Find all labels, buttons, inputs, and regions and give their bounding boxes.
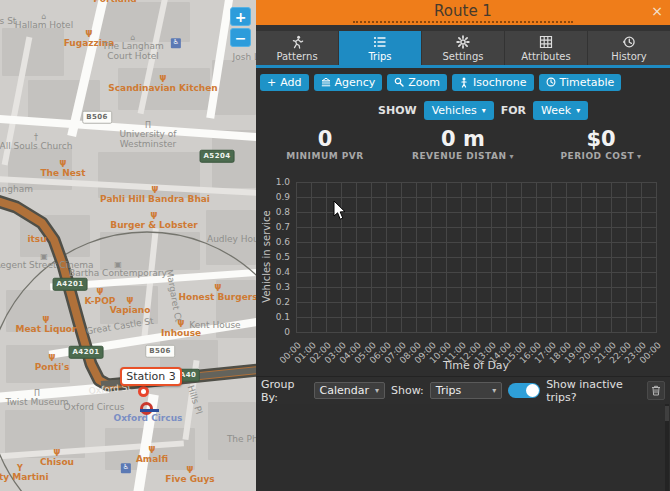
map-zoom-out-button[interactable]: − — [230, 28, 251, 47]
stat-minimum-pvr: 0 MINIMUM PVR — [256, 124, 394, 170]
chevron-down-icon: ▾ — [492, 386, 496, 395]
delete-button[interactable] — [647, 381, 665, 400]
show-inactive-toggle[interactable] — [508, 383, 540, 398]
for-dropdown[interactable]: Week▾ — [533, 101, 588, 120]
trips-toolbar: +Add Agency Zoom Isochrone Timetable — [256, 68, 670, 96]
table-grid-icon — [539, 35, 553, 49]
stats-row: 0 MINIMUM PVR 0 m REVENUE DISTAN▾ $0 PER… — [256, 124, 670, 170]
map-label: The Pho — [227, 435, 256, 445]
station-stop-marker[interactable] — [138, 386, 149, 397]
stat-value: $0 — [532, 127, 670, 151]
add-button[interactable]: +Add — [260, 74, 309, 91]
map-label: Audley House — [207, 235, 256, 245]
person-marker-icon — [459, 77, 469, 88]
stat-label: PERIOD COST▾ — [532, 151, 670, 161]
chart-controls-bar: Group By: Calendar▾ Show: Trips▾ Show in… — [256, 376, 670, 404]
map-label: ΨHonest Burgers — [178, 285, 256, 303]
tab-settings[interactable]: Settings — [422, 31, 504, 65]
stat-period-cost: $0 PERIOD COST▾ — [532, 124, 670, 170]
app-window: B506A5204A4201A4201B506A40 s St⌂Hallam H… — [0, 0, 670, 491]
map-label: ΨFive Guys — [165, 467, 214, 485]
map-label: ΨThe Nest — [40, 161, 85, 179]
map-label: ▣Bartha Contemporary — [69, 261, 167, 279]
show-dropdown-value: Vehicles — [432, 104, 477, 117]
map-label: ΠTwist Museum — [5, 390, 68, 408]
route-title[interactable]: Route 1 — [353, 2, 573, 23]
chevron-down-icon: ▾ — [576, 106, 580, 115]
bank-icon — [321, 77, 331, 87]
add-button-label: Add — [280, 76, 301, 89]
road-shield: A4201 — [53, 278, 88, 291]
scrollbar-track[interactable] — [665, 404, 669, 491]
tab-history[interactable]: History — [588, 31, 670, 65]
zoom-button-label: Zoom — [408, 76, 440, 89]
tab-bar: Patterns Trips Settings Attributes Histo… — [256, 31, 670, 65]
scrollbar-thumb[interactable] — [665, 406, 669, 421]
map-label: ΨScandinavian Kitchen — [108, 76, 218, 94]
map-zoom-in-button[interactable]: + — [230, 7, 251, 26]
show-for-row: SHOW Vehicles▾ FOR Week▾ — [256, 96, 670, 124]
map-label: Josh Li — [233, 53, 256, 63]
tab-label: Attributes — [521, 51, 570, 62]
chart-plot-area — [296, 182, 657, 333]
underground-roundel-icon — [140, 402, 153, 415]
zoom-button[interactable]: Zoom — [387, 74, 447, 91]
underground-roundel-bar — [140, 409, 159, 412]
map-label: ΨMeat Liquor — [16, 317, 77, 335]
history-clock-icon — [622, 35, 636, 49]
show-select-value: Trips — [436, 384, 461, 397]
trash-icon — [651, 385, 661, 396]
stat-label: REVENUE DISTAN▾ — [394, 151, 532, 161]
map-label: ΨBurger & Lobster — [110, 213, 197, 231]
route-panel: Route 1 × Patterns Trips Settings Attrib… — [256, 0, 670, 491]
show-inactive-label: Show inactive trips? — [546, 378, 641, 404]
running-person-icon — [290, 35, 304, 49]
group-by-select-value: Calendar — [320, 384, 369, 397]
map-label: ΨPahli Hill Bandra Bhai — [100, 187, 210, 205]
chevron-down-icon[interactable]: ▾ — [510, 152, 515, 161]
magnifier-icon — [394, 77, 404, 87]
map-label: ⌂Hallam Hotel — [15, 13, 73, 31]
timetable-button[interactable]: Timetable — [539, 74, 622, 91]
map-label: Oxford Circus — [64, 403, 125, 413]
close-icon[interactable]: × — [651, 3, 663, 19]
map-label: †All Souls Church — [0, 134, 72, 152]
tab-trips[interactable]: Trips — [339, 31, 421, 65]
tab-attributes[interactable]: Attributes — [505, 31, 587, 65]
stat-value: 0 m — [394, 127, 532, 151]
panel-footer-space — [256, 404, 670, 491]
map-label: Langham — [0, 185, 33, 195]
station-label[interactable]: Station 3 — [120, 367, 182, 386]
map-label: ΨVapiano — [110, 298, 151, 316]
isochrone-button[interactable]: Isochrone — [452, 74, 533, 91]
map-label: Oxford Circus — [114, 414, 183, 424]
trips-chart: 1.00.90.80.70.60.50.40.30.20.10 00:0001:… — [256, 170, 670, 376]
chevron-down-icon[interactable]: ▾ — [637, 152, 642, 161]
road-shield: B506 — [145, 345, 175, 358]
agency-button-label: Agency — [335, 76, 376, 89]
map-canvas[interactable]: B506A5204A4201A4201B506A40 s St⌂Hallam H… — [0, 0, 256, 491]
show-dropdown[interactable]: Vehicles▾ — [424, 101, 494, 120]
show-select[interactable]: Trips▾ — [430, 382, 502, 399]
clock-icon — [546, 77, 556, 87]
for-label: FOR — [501, 104, 526, 117]
x-axis-title: Time of Day — [296, 359, 656, 372]
show-label: SHOW — [378, 104, 417, 117]
road-shield: B506 — [82, 111, 112, 124]
gear-icon — [456, 35, 470, 49]
chevron-down-icon: ▾ — [482, 106, 486, 115]
stat-revenue-distance: 0 m REVENUE DISTAN▾ — [394, 124, 532, 170]
tab-patterns[interactable]: Patterns — [256, 31, 338, 65]
y-axis-title: Vehicles in service — [261, 182, 272, 332]
list-icon — [373, 35, 387, 49]
agency-button[interactable]: Agency — [314, 74, 383, 91]
map-label: ΨPonti's — [35, 355, 70, 373]
group-by-label: Group By: — [261, 378, 308, 404]
map-label: Portland — [93, 0, 137, 5]
road-shield: A4201 — [69, 346, 104, 359]
tab-label: Settings — [442, 51, 483, 62]
tab-label: History — [611, 51, 647, 62]
station-stop-marker-dot — [141, 389, 146, 394]
group-by-select[interactable]: Calendar▾ — [314, 382, 385, 399]
map-label: ΨAmalfi — [136, 447, 168, 465]
